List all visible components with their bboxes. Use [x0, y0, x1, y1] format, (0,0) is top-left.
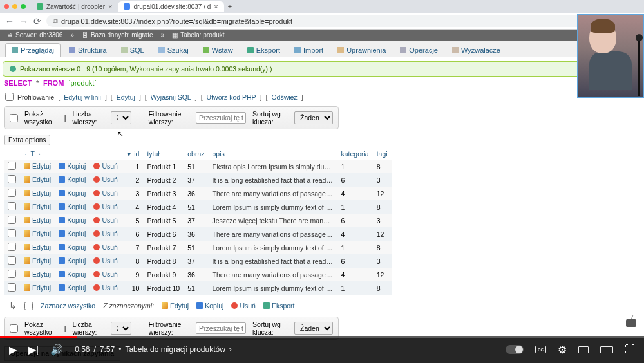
forward-button[interactable]: → [19, 16, 28, 26]
row-delete-button[interactable]: Usuń [93, 189, 118, 197]
row-edit-button[interactable]: Edytuj [24, 203, 51, 210]
back-button[interactable]: ← [5, 16, 14, 26]
tab-export[interactable]: Eksport [242, 43, 286, 57]
row-copy-button[interactable]: Kopiuj [59, 203, 86, 210]
row-copy-button[interactable]: Kopiuj [59, 176, 86, 183]
row-edit-button[interactable]: Edytuj [24, 162, 51, 170]
tab-browse[interactable]: Przeglądaj [5, 43, 61, 57]
refresh-link[interactable]: Odśwież [271, 93, 297, 101]
play-button[interactable]: ▶ [9, 344, 17, 356]
row-delete-button[interactable]: Usuń [93, 270, 118, 278]
row-checkbox[interactable] [8, 229, 16, 237]
server-crumb[interactable]: 🖥 Serwer: db:3306 [6, 32, 62, 39]
row-delete-button[interactable]: Usuń [93, 203, 118, 210]
volume-button[interactable]: 🔊 [50, 344, 63, 356]
tab-insert[interactable]: Wstaw [197, 43, 239, 57]
row-checkbox[interactable] [8, 243, 16, 251]
tab-sql[interactable]: SQL [115, 43, 150, 57]
reload-button[interactable]: ⟳ [33, 16, 41, 26]
progress-bar[interactable] [0, 336, 644, 338]
bulk-copy-button[interactable]: Kopiuj [196, 302, 223, 310]
row-delete-button[interactable]: Usuń [93, 176, 118, 183]
maximize-window-icon[interactable] [21, 4, 26, 9]
sort-select-2[interactable]: Żaden [294, 322, 333, 335]
extra-options-button[interactable]: Extra options [4, 135, 50, 145]
row-copy-button[interactable]: Kopiuj [59, 216, 86, 224]
row-delete-button[interactable]: Usuń [93, 230, 118, 237]
rows-select-2[interactable]: 25 [111, 322, 131, 335]
col-tytul[interactable]: tytuł [143, 148, 184, 160]
tab-triggers[interactable]: Wyzwalacze [446, 43, 506, 57]
row-edit-button[interactable]: Edytuj [24, 270, 51, 278]
row-delete-button[interactable]: Usuń [93, 162, 118, 170]
row-checkbox[interactable] [8, 189, 16, 197]
bulk-export-button[interactable]: Eksport [263, 302, 295, 310]
captions-button[interactable]: cc [535, 346, 546, 353]
row-edit-button[interactable]: Edytuj [24, 257, 51, 265]
row-checkbox[interactable] [8, 283, 16, 292]
bulk-delete-button[interactable]: Usuń [231, 302, 256, 310]
row-copy-button[interactable]: Kopiuj [59, 257, 86, 265]
settings-button[interactable]: ⚙ [558, 344, 567, 356]
browser-tab-1[interactable]: drupal01.ddev.site:8037 / d × [118, 1, 223, 12]
url-field[interactable]: ⧉ drupal01.ddev.site:8037/index.php?rout… [46, 15, 589, 27]
tab-operations[interactable]: Operacje [394, 43, 444, 57]
col-id[interactable]: ▼ id [122, 148, 144, 160]
row-copy-button[interactable]: Kopiuj [59, 189, 86, 197]
row-edit-button[interactable]: Edytuj [24, 230, 51, 237]
miniplayer-button[interactable] [578, 346, 589, 353]
filter-input[interactable] [196, 112, 246, 124]
tab-search[interactable]: Szukaj [153, 43, 194, 57]
tab-privileges[interactable]: Uprawnienia [332, 43, 392, 57]
row-delete-button[interactable]: Usuń [93, 257, 118, 265]
row-edit-button[interactable]: Edytuj [24, 284, 51, 292]
show-all-checkbox-2[interactable] [10, 324, 18, 333]
database-crumb[interactable]: 🗄 Baza danych: migrate [82, 32, 153, 39]
row-copy-button[interactable]: Kopiuj [59, 243, 86, 251]
window-controls[interactable] [4, 4, 26, 9]
profiling-checkbox[interactable] [5, 93, 14, 101]
chapter-title[interactable]: Tabela do migracji produktów [125, 345, 225, 354]
new-tab-button[interactable]: + [224, 3, 236, 10]
explain-link[interactable]: Wyjaśnij SQL [151, 93, 191, 101]
row-checkbox[interactable] [8, 202, 16, 210]
rows-select[interactable]: 25 [111, 111, 131, 124]
close-tab-icon[interactable]: × [214, 3, 218, 10]
bulk-edit-button[interactable]: Edytuj [162, 302, 189, 310]
edit-link[interactable]: Edytuj [117, 93, 135, 101]
row-checkbox[interactable] [8, 175, 16, 183]
row-copy-button[interactable]: Kopiuj [59, 230, 86, 237]
row-edit-button[interactable]: Edytuj [24, 216, 51, 224]
tab-import[interactable]: Import [289, 43, 329, 57]
show-all-checkbox[interactable] [10, 114, 18, 122]
php-link[interactable]: Utwórz kod PHP [207, 93, 256, 101]
chevron-right-icon[interactable]: › [229, 345, 232, 354]
fullscreen-button[interactable]: ⛶ [625, 344, 635, 355]
browser-tab-0[interactable]: Zawartość | droopler × [31, 1, 118, 12]
row-copy-button[interactable]: Kopiuj [59, 162, 86, 170]
close-window-icon[interactable] [4, 4, 9, 9]
theater-button[interactable] [600, 346, 613, 353]
sort-select[interactable]: Żaden [294, 111, 333, 124]
autoplay-toggle[interactable] [506, 345, 524, 354]
site-info-icon[interactable]: ⧉ [53, 17, 58, 25]
row-edit-button[interactable]: Edytuj [24, 243, 51, 251]
row-checkbox[interactable] [8, 216, 16, 224]
row-edit-button[interactable]: Edytuj [24, 176, 51, 183]
row-checkbox[interactable] [8, 256, 16, 265]
row-checkbox[interactable] [8, 162, 16, 170]
col-tagi[interactable]: tagi [373, 148, 392, 160]
row-copy-button[interactable]: Kopiuj [59, 284, 86, 292]
check-all-checkbox[interactable] [24, 302, 33, 310]
tab-structure[interactable]: Struktura [63, 43, 113, 57]
col-kategoria[interactable]: kategoria [337, 148, 372, 160]
row-delete-button[interactable]: Usuń [93, 216, 118, 224]
minimize-window-icon[interactable] [12, 4, 17, 9]
table-crumb[interactable]: ▦ Tabela: produkt [172, 32, 224, 39]
row-delete-button[interactable]: Usuń [93, 243, 118, 251]
row-edit-button[interactable]: Edytuj [24, 189, 51, 197]
col-obraz[interactable]: obraz [184, 148, 208, 160]
row-checkbox[interactable] [8, 270, 16, 278]
filter-input-2[interactable] [196, 322, 246, 334]
close-tab-icon[interactable]: × [108, 3, 112, 10]
